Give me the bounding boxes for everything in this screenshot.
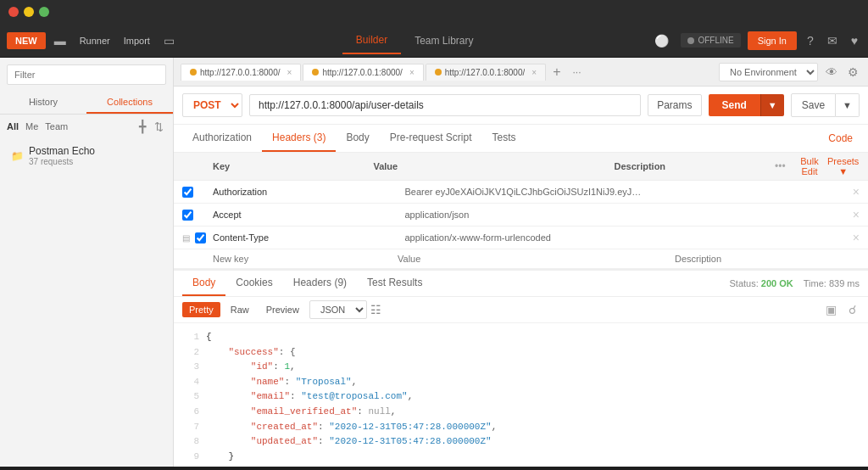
resp-body-toolbar-left: Pretty Raw Preview JSON ☷: [182, 300, 381, 319]
collection-item-postman-echo[interactable]: 📁 Postman Echo 37 requests: [0, 138, 173, 173]
tab-close-1[interactable]: ×: [287, 68, 292, 77]
resp-tab-cookies[interactable]: Cookies: [225, 271, 282, 296]
subtab-team[interactable]: Team: [45, 120, 68, 133]
sidebar-tab-history[interactable]: History: [0, 92, 86, 114]
tab-url-2: http://127.0.0.1:8000/: [322, 68, 403, 77]
sidebar-tab-bar: History Collections: [0, 92, 173, 115]
filter-area: [0, 58, 173, 92]
response-body: Pretty Raw Preview JSON ☷ ▣ ☌ 1{: [174, 297, 868, 467]
env-eye-icon[interactable]: 👁: [823, 63, 840, 81]
resp-tab-headers[interactable]: Headers (9): [283, 271, 357, 296]
tab-close-2[interactable]: ×: [409, 68, 415, 77]
format-select[interactable]: JSON: [309, 300, 367, 319]
collection-subtitle: 37 requests: [29, 157, 163, 166]
request-tab-3[interactable]: http://127.0.0.1:8000/ ×: [426, 64, 546, 81]
save-button-group: Save ▼: [791, 93, 860, 117]
resp-tab-test-results[interactable]: Test Results: [357, 271, 432, 296]
add-collection-icon[interactable]: ╋: [136, 118, 148, 135]
new-value-input[interactable]: [398, 254, 675, 264]
save-dropdown-button[interactable]: ▼: [836, 93, 860, 117]
view-raw-button[interactable]: Raw: [224, 302, 256, 317]
sign-in-button[interactable]: Sign In: [748, 31, 797, 50]
notifications-icon[interactable]: ✉: [824, 31, 841, 51]
sidebar-toggle-icon[interactable]: ▭: [159, 31, 180, 51]
params-button[interactable]: Params: [648, 94, 701, 116]
wifi-icon[interactable]: ⚪: [649, 31, 674, 51]
bulk-edit-button[interactable]: Bulk Edit: [796, 156, 824, 176]
row-key-2: Accept: [213, 210, 405, 220]
titlebar: [0, 0, 868, 24]
code-line: 2 "success": {: [182, 345, 860, 361]
tab-builder[interactable]: Builder: [342, 27, 401, 54]
row-delete-2[interactable]: ×: [853, 208, 860, 221]
response-code-area: 1{ 2 "success": { 3 "id": 1, 4 "name": "…: [174, 323, 868, 467]
method-select[interactable]: POST: [182, 93, 242, 117]
tab-body[interactable]: Body: [336, 125, 379, 152]
table-row: ▤ Content-Type application/x-www-form-ur…: [174, 227, 868, 249]
row-checkbox-3[interactable]: [195, 232, 206, 243]
request-tab-2[interactable]: http://127.0.0.1:8000/ ×: [303, 64, 423, 81]
request-tab-1[interactable]: http://127.0.0.1:8000/ ×: [181, 64, 301, 81]
close-btn[interactable]: [8, 7, 19, 17]
tab-authorization[interactable]: Authorization: [182, 125, 262, 152]
response-area: Body Cookies Headers (9) Test Results St…: [174, 269, 868, 467]
tab-close-3[interactable]: ×: [531, 68, 537, 77]
more-tabs-button[interactable]: ···: [567, 63, 586, 81]
runner-button[interactable]: Runner: [75, 32, 115, 49]
table-header: Key Value Description ••• Bulk Edit Pres…: [174, 153, 868, 181]
row-key-1: Authorization: [213, 187, 405, 197]
subtab-all[interactable]: All: [7, 120, 19, 133]
view-pretty-button[interactable]: Pretty: [182, 302, 220, 317]
format-icon-button[interactable]: ☷: [370, 303, 381, 316]
send-button[interactable]: Send: [709, 94, 760, 116]
row-check-3: ▤: [182, 232, 213, 243]
row-checkbox-1[interactable]: [182, 187, 193, 198]
tab-team-library[interactable]: Team Library: [401, 27, 487, 54]
status-label: Status:: [730, 278, 759, 288]
send-dropdown-button[interactable]: ▼: [760, 94, 784, 116]
view-preview-button[interactable]: Preview: [259, 302, 306, 317]
collection-info: Postman Echo 37 requests: [29, 145, 163, 166]
new-button[interactable]: NEW: [7, 32, 46, 49]
code-line: 1{: [182, 330, 860, 345]
copy-icon[interactable]: ▣: [822, 301, 840, 318]
environment-select-area: No Environment 👁 ⚙: [719, 63, 861, 81]
layout-icon[interactable]: ▬: [49, 31, 71, 51]
main-layout: History Collections All Me Team ╋ ⇅ 📁 Po…: [0, 58, 868, 467]
subtab-me[interactable]: Me: [25, 120, 38, 133]
resp-tab-body[interactable]: Body: [182, 271, 225, 296]
settings-icon[interactable]: ♥: [848, 31, 861, 51]
sidebar-tab-collections[interactable]: Collections: [86, 92, 173, 114]
row-check-2: [182, 210, 213, 221]
send-button-group: Send ▼: [709, 94, 784, 116]
url-input[interactable]: [249, 94, 641, 116]
new-desc-input[interactable]: [675, 254, 860, 264]
environment-dropdown[interactable]: No Environment: [719, 63, 818, 81]
save-button[interactable]: Save: [791, 93, 836, 117]
maximize-btn[interactable]: [39, 7, 49, 17]
request-section-tabs: Authorization Headers (3) Body Pre-reque…: [174, 125, 868, 153]
new-key-input[interactable]: [213, 254, 398, 264]
row-actions-1: ×: [834, 185, 860, 199]
import-button[interactable]: Import: [119, 32, 155, 49]
filter-input[interactable]: [7, 64, 166, 85]
add-tab-button[interactable]: +: [548, 61, 565, 83]
code-link-button[interactable]: Code: [821, 126, 860, 151]
code-line: 5 "email": "test@troposal.com",: [182, 389, 860, 405]
tab-tests[interactable]: Tests: [481, 125, 526, 152]
search-icon[interactable]: ☌: [845, 301, 860, 318]
col-desc-header: Description: [615, 161, 775, 171]
env-settings-icon[interactable]: ⚙: [845, 63, 861, 81]
tab-headers[interactable]: Headers (3): [262, 125, 336, 152]
collection-folder-icon: 📁: [10, 149, 24, 163]
sort-icon[interactable]: ⇅: [152, 118, 166, 135]
minimize-btn[interactable]: [24, 7, 34, 17]
request-bar: POST Params Send ▼ Save ▼: [174, 87, 868, 125]
row-delete-1[interactable]: ×: [853, 185, 860, 199]
sidebar-subtabs-right: ╋ ⇅: [136, 118, 166, 135]
row-checkbox-2[interactable]: [182, 210, 193, 221]
tab-pre-request[interactable]: Pre-request Script: [380, 125, 482, 152]
presets-button[interactable]: Presets ▼: [826, 156, 860, 176]
help-icon[interactable]: ?: [804, 31, 817, 51]
row-delete-3[interactable]: ×: [853, 231, 860, 244]
